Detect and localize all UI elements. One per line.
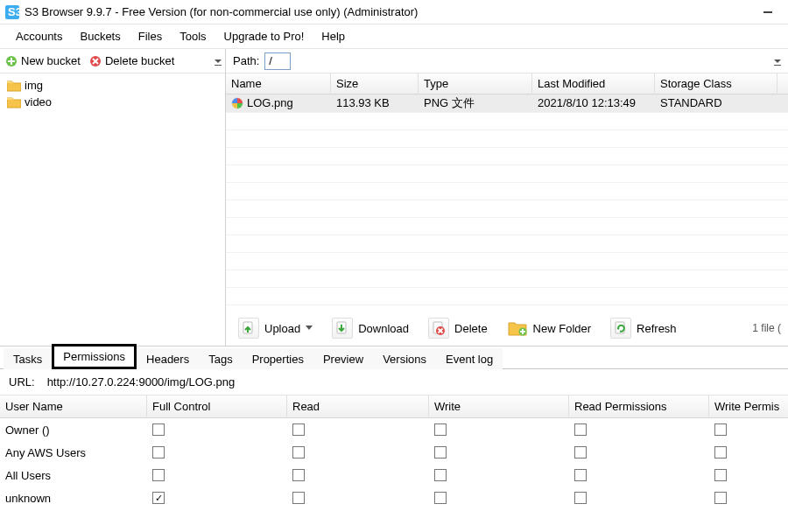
perm-user-name: Owner () bbox=[0, 424, 147, 437]
delete-button[interactable]: Delete bbox=[423, 316, 493, 340]
bucket-toolbar-overflow[interactable] bbox=[215, 56, 223, 66]
menu-buckets[interactable]: Buckets bbox=[71, 24, 129, 49]
checkbox-read-perm[interactable] bbox=[574, 469, 587, 481]
file-table-body[interactable]: LOG.png 113.93 KB PNG 文件 2021/8/10 12:13… bbox=[226, 94, 788, 311]
tab-tasks[interactable]: Tasks bbox=[4, 348, 52, 369]
checkbox-write-perm[interactable] bbox=[714, 446, 727, 458]
perm-col-read[interactable]: Read bbox=[287, 396, 429, 418]
checkbox-write-perm[interactable] bbox=[714, 424, 727, 436]
tab-event-log[interactable]: Event log bbox=[436, 348, 503, 369]
tab-properties[interactable]: Properties bbox=[243, 348, 313, 369]
checkbox-read[interactable] bbox=[292, 492, 305, 504]
checkbox-read[interactable] bbox=[292, 446, 305, 458]
file-table: Name Size Type Last Modified Storage Cla… bbox=[226, 74, 788, 311]
minimize-button[interactable] bbox=[753, 3, 783, 22]
menu-upgrade[interactable]: Upgrade to Pro! bbox=[215, 24, 313, 49]
tab-versions[interactable]: Versions bbox=[373, 348, 436, 369]
col-storage-class[interactable]: Storage Class bbox=[655, 74, 777, 94]
checkbox-write-perm[interactable] bbox=[714, 469, 727, 481]
perm-row-allusers[interactable]: All Users bbox=[0, 464, 788, 486]
checkbox-read-perm[interactable] bbox=[574, 492, 587, 504]
bucket-tree[interactable]: img video bbox=[0, 74, 225, 346]
main-split: New bucket Delete bucket img video bbox=[0, 49, 788, 346]
checkbox-full[interactable] bbox=[152, 469, 165, 481]
file-size: 113.93 KB bbox=[331, 94, 419, 112]
checkbox-read[interactable] bbox=[292, 424, 305, 436]
chevron-down-icon bbox=[306, 326, 313, 331]
path-overflow[interactable] bbox=[774, 56, 781, 66]
tree-item-video[interactable]: video bbox=[4, 94, 222, 110]
file-name: LOG.png bbox=[247, 94, 293, 112]
checkbox-write[interactable] bbox=[434, 469, 447, 481]
tab-preview[interactable]: Preview bbox=[313, 348, 373, 369]
col-last-modified[interactable]: Last Modified bbox=[532, 74, 655, 94]
plus-icon bbox=[5, 55, 18, 67]
files-pane: Path: / Name Size Type Last Modified Sto… bbox=[226, 49, 788, 346]
refresh-icon bbox=[610, 318, 631, 339]
menu-help[interactable]: Help bbox=[313, 24, 354, 49]
checkbox-full[interactable] bbox=[152, 492, 165, 504]
checkbox-read-perm[interactable] bbox=[574, 424, 587, 436]
perm-col-read-perm[interactable]: Read Permissions bbox=[569, 396, 709, 418]
checkbox-write-perm[interactable] bbox=[714, 492, 727, 504]
perm-row-anyaws[interactable]: Any AWS Users bbox=[0, 441, 788, 464]
menu-files[interactable]: Files bbox=[130, 24, 171, 49]
bucket-toolbar: New bucket Delete bucket bbox=[0, 49, 225, 74]
checkbox-read[interactable] bbox=[292, 469, 305, 481]
new-folder-button[interactable]: New Folder bbox=[502, 316, 596, 340]
action-toolbar: Upload Download Delete New Folder Refres… bbox=[226, 311, 788, 346]
folder-icon bbox=[7, 80, 21, 92]
folder-icon bbox=[7, 96, 21, 108]
svg-rect-10 bbox=[774, 65, 781, 66]
url-value[interactable]: http://10.27.0.224:9000/img/LOG.png bbox=[47, 375, 236, 388]
menu-tools[interactable]: Tools bbox=[171, 24, 215, 49]
perm-row-unknown[interactable]: unknown bbox=[0, 486, 788, 509]
perm-row-owner[interactable]: Owner () bbox=[0, 418, 788, 441]
new-folder-label: New Folder bbox=[533, 322, 591, 335]
tab-tags[interactable]: Tags bbox=[199, 348, 242, 369]
delete-file-icon bbox=[428, 318, 449, 339]
file-table-grid bbox=[226, 112, 788, 311]
perm-col-full[interactable]: Full Control bbox=[147, 396, 287, 418]
file-type: PNG 文件 bbox=[419, 94, 532, 112]
upload-icon bbox=[238, 318, 259, 339]
file-count: 1 file ( bbox=[752, 322, 781, 334]
checkbox-write[interactable] bbox=[434, 492, 447, 504]
checkbox-full[interactable] bbox=[152, 446, 165, 458]
delete-bucket-button[interactable]: Delete bucket bbox=[86, 52, 179, 69]
new-folder-icon bbox=[507, 318, 528, 339]
delete-label: Delete bbox=[454, 322, 488, 335]
perm-col-user[interactable]: User Name bbox=[0, 396, 147, 418]
refresh-button[interactable]: Refresh bbox=[605, 316, 682, 340]
perm-col-write[interactable]: Write bbox=[429, 396, 569, 418]
buckets-pane: New bucket Delete bucket img video bbox=[0, 49, 226, 346]
download-label: Download bbox=[358, 322, 409, 335]
table-row[interactable]: LOG.png 113.93 KB PNG 文件 2021/8/10 12:13… bbox=[226, 94, 788, 112]
download-icon bbox=[332, 318, 353, 339]
checkbox-full[interactable] bbox=[152, 424, 165, 436]
checkbox-write[interactable] bbox=[434, 446, 447, 458]
window-title: S3 Browser 9.9.7 - Free Version (for non… bbox=[25, 5, 418, 18]
perm-col-write-perm[interactable]: Write Permis bbox=[709, 396, 788, 418]
permissions-header[interactable]: User Name Full Control Read Write Read P… bbox=[0, 396, 788, 418]
menu-bar: Accounts Buckets Files Tools Upgrade to … bbox=[0, 24, 788, 49]
app-icon: S3 bbox=[5, 5, 19, 19]
col-name[interactable]: Name bbox=[226, 74, 331, 94]
col-size[interactable]: Size bbox=[331, 74, 419, 94]
checkbox-write[interactable] bbox=[434, 424, 447, 436]
path-label: Path: bbox=[233, 54, 259, 67]
upload-label: Upload bbox=[264, 322, 300, 335]
tree-item-img[interactable]: img bbox=[4, 77, 222, 94]
download-button[interactable]: Download bbox=[327, 316, 414, 340]
path-input[interactable]: / bbox=[264, 52, 291, 70]
tab-permissions[interactable]: Permissions bbox=[52, 344, 137, 369]
menu-accounts[interactable]: Accounts bbox=[7, 24, 71, 49]
perm-user-name: unknown bbox=[0, 492, 147, 505]
col-type[interactable]: Type bbox=[419, 74, 532, 94]
delete-bucket-label: Delete bucket bbox=[105, 54, 175, 67]
new-bucket-button[interactable]: New bucket bbox=[2, 52, 84, 69]
tab-headers[interactable]: Headers bbox=[137, 348, 199, 369]
checkbox-read-perm[interactable] bbox=[574, 446, 587, 458]
file-table-header[interactable]: Name Size Type Last Modified Storage Cla… bbox=[226, 74, 788, 94]
upload-button[interactable]: Upload bbox=[233, 316, 318, 340]
